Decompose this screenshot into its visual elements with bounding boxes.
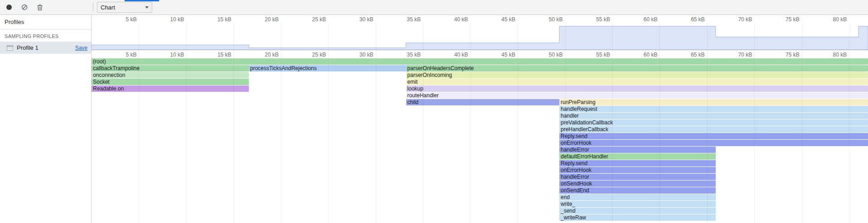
flame-row: preHandlerCallback: [92, 126, 868, 133]
axis-tick-label: 50 kB: [549, 16, 563, 23]
flame-frame[interactable]: handleError: [559, 174, 716, 180]
delete-profile-button[interactable]: [34, 2, 45, 13]
flame-frame[interactable]: Reply.send: [559, 160, 716, 166]
view-select[interactable]: Chart: [97, 2, 152, 13]
flame-row: Readable.onlookup: [92, 85, 868, 92]
flame-frame[interactable]: emit: [406, 79, 868, 85]
flame-row: end: [92, 194, 868, 201]
flame-frame[interactable]: preHandlerCallback: [559, 126, 868, 133]
flame-row: onconnectionparserOnIncoming: [92, 72, 868, 79]
flame-frame[interactable]: callbackTrampoline: [92, 65, 249, 71]
flame-row: onErrorHook: [92, 167, 868, 174]
overview[interactable]: [92, 23, 868, 50]
flame-frame[interactable]: lookup: [406, 85, 868, 92]
flame-row: onSendEnd: [92, 187, 868, 194]
flame-row: handleError: [92, 174, 868, 180]
flame-frame[interactable]: onconnection: [92, 72, 249, 78]
flame-frame[interactable]: end: [559, 194, 716, 200]
axis-tick-label: 35 kB: [407, 16, 421, 23]
flame-frame-label: handleRequest: [559, 106, 868, 112]
flame-frame-label: runPreParsing: [559, 99, 868, 105]
flame-row: Socketemit: [92, 79, 868, 85]
axis-tick-label: 40 kB: [454, 16, 468, 23]
axis-tick-label: 80 kB: [833, 52, 847, 58]
axis-tick-label: 25 kB: [312, 16, 326, 23]
flame-frame[interactable]: preValidationCallback: [559, 119, 868, 126]
profile-item[interactable]: Profile 1 Save: [0, 42, 91, 54]
axis-tick-label: 20 kB: [265, 52, 279, 58]
flame-frame[interactable]: _writeRaw: [559, 214, 716, 221]
flame-row: handleError: [92, 147, 868, 153]
flame-frame[interactable]: onErrorHook: [559, 140, 868, 146]
sidebar: Profiles SAMPLING PROFILES Profile 1 Sav…: [0, 15, 92, 223]
flame-row: onSendHook: [92, 180, 868, 187]
flame-row: (root): [92, 58, 868, 65]
axis-tick-label: 75 kB: [786, 16, 800, 23]
flame-frame-label: parserOnHeadersComplete: [406, 65, 868, 71]
flame-row: Reply.send: [92, 160, 868, 167]
flame-frame[interactable]: write_: [559, 201, 716, 207]
flame-row: handler: [92, 113, 868, 119]
flame-frame-label: onErrorHook: [559, 167, 716, 173]
flame-frame[interactable]: onSendHook: [559, 180, 716, 187]
chart-area: 5 kB10 kB15 kB20 kB25 kB30 kB35 kB40 kB4…: [92, 23, 868, 223]
flame-frame[interactable]: processTicksAndRejections: [249, 65, 406, 71]
flame-frame[interactable]: _send: [559, 208, 716, 214]
ruler-top: 5 kB10 kB15 kB20 kB25 kB30 kB35 kB40 kB4…: [92, 15, 868, 23]
axis-tick-label: 10 kB: [170, 52, 184, 58]
flame-frame[interactable]: child: [406, 99, 559, 105]
axis-tick-label: 15 kB: [218, 52, 232, 58]
flame-row: write_: [92, 201, 868, 208]
flame-frame[interactable]: Reply.send: [559, 133, 868, 139]
axis-tick-label: 30 kB: [359, 16, 373, 23]
flame-frame-label: parserOnIncoming: [406, 72, 868, 78]
flame-frame[interactable]: onErrorHook: [559, 167, 716, 173]
record-icon: [6, 5, 12, 10]
flame-row: _writeRaw: [92, 214, 868, 221]
flame-frame[interactable]: handleRequest: [559, 106, 868, 112]
flame-frame[interactable]: handler: [559, 113, 868, 119]
sidebar-section-title: SAMPLING PROFILES: [0, 29, 91, 42]
flame-frame-label: _writeRaw: [559, 214, 716, 221]
block-icon: [21, 4, 28, 10]
flame-frame[interactable]: Socket: [92, 79, 249, 85]
ruler-bottom: 5 kB10 kB15 kB20 kB25 kB30 kB35 kB40 kB4…: [92, 50, 868, 58]
axis-tick-label: 10 kB: [170, 16, 184, 23]
flame-frame[interactable]: runPreParsing: [559, 99, 868, 105]
active-tab-indicator: [125, 0, 159, 1]
flame-frame[interactable]: parserOnIncoming: [406, 72, 868, 78]
flame-frame[interactable]: routeHandler: [406, 92, 868, 99]
flame-frame-label: Reply.send: [559, 160, 716, 166]
flame-frame[interactable]: parserOnHeadersComplete: [406, 65, 868, 71]
toolbar-separator: [93, 3, 93, 12]
axis-tick-label: 25 kB: [312, 52, 326, 58]
axis-tick-label: 40 kB: [454, 52, 468, 58]
flame-frame[interactable]: (root): [92, 58, 868, 65]
flame-frame[interactable]: Readable.on: [92, 85, 249, 92]
flame-frame-label: callbackTrampoline: [92, 65, 249, 71]
overview-graph: [92, 23, 868, 50]
chart-pane: 5 kB10 kB15 kB20 kB25 kB30 kB35 kB40 kB4…: [92, 15, 868, 223]
axis-tick-label: 5 kB: [126, 16, 136, 23]
flame-frame[interactable]: onSendEnd: [559, 187, 716, 194]
flame-row: defaultErrorHandler: [92, 153, 868, 160]
flame-frame-label: onconnection: [92, 72, 249, 78]
flame-row: _send: [92, 208, 868, 214]
profile-icon: [6, 44, 14, 52]
flame-frame-label: _send: [559, 208, 716, 214]
flame-frame[interactable]: handleError: [559, 147, 716, 153]
flame-chart: (root)callbackTrampolineprocessTicksAndR…: [92, 58, 868, 221]
flame-frame-label: Socket: [92, 79, 249, 85]
trash-icon: [37, 4, 43, 11]
flame-frame-label: defaultErrorHandler: [559, 153, 716, 160]
axis-tick-label: 45 kB: [501, 16, 515, 23]
flame-frame-label: Readable.on: [92, 85, 249, 92]
record-button[interactable]: [4, 2, 15, 13]
clear-all-profiles-button[interactable]: [19, 2, 30, 13]
profile-name: Profile 1: [17, 44, 75, 51]
flame-frame-label: write_: [559, 201, 716, 207]
save-link[interactable]: Save: [75, 45, 87, 51]
flame-frame[interactable]: defaultErrorHandler: [559, 153, 716, 160]
axis-tick-label: 70 kB: [738, 52, 752, 58]
flame-row: Reply.send: [92, 133, 868, 140]
